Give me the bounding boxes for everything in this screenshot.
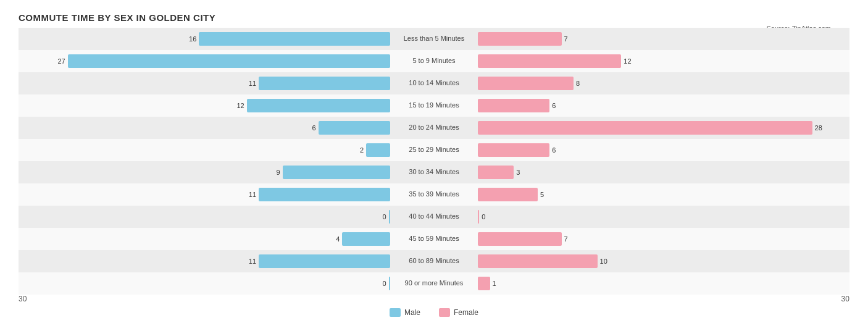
row-label: 45 to 59 Minutes: [393, 235, 476, 243]
row-label: 10 to 14 Minutes: [393, 79, 476, 87]
row-label: Less than 5 Minutes: [393, 35, 476, 43]
bar-pair: 0 90 or more Minutes 1: [19, 272, 849, 295]
male-side: 27: [19, 54, 393, 68]
male-value: 4: [331, 235, 340, 243]
female-side: 28: [475, 121, 849, 135]
male-bar: [366, 143, 390, 157]
chart-row: 11 60 to 89 Minutes 10: [19, 250, 849, 272]
legend-female: Female: [439, 308, 478, 317]
female-side: 0: [475, 210, 849, 224]
bar-pair: 27 5 to 9 Minutes 12: [19, 50, 849, 72]
axis-label-right: 30: [841, 295, 849, 303]
male-label: Male: [404, 308, 420, 317]
male-bar: [319, 121, 390, 135]
female-value: 6: [552, 146, 561, 154]
female-bar: [478, 277, 490, 290]
chart-container: 16 Less than 5 Minutes 7 27 5 to 9 Minut…: [19, 28, 849, 317]
male-value: 16: [188, 35, 196, 43]
female-value: 6: [552, 102, 561, 109]
male-value: 11: [248, 191, 256, 198]
chart-row: 0 40 to 44 Minutes 0: [19, 206, 849, 228]
female-value: 7: [564, 35, 573, 43]
axis-label-left: 30: [19, 295, 27, 303]
female-bar: [478, 32, 561, 46]
chart-row: 2 25 to 29 Minutes 6: [19, 139, 849, 161]
female-side: 6: [475, 143, 849, 157]
row-label: 40 to 44 Minutes: [393, 212, 476, 220]
female-value: 28: [815, 124, 824, 132]
male-value: 11: [248, 80, 256, 87]
female-side: 10: [475, 254, 849, 268]
female-value: 0: [482, 213, 490, 220]
female-side: 12: [475, 54, 849, 68]
legend: Male Female: [19, 308, 849, 317]
chart-rows: 16 Less than 5 Minutes 7 27 5 to 9 Minut…: [19, 28, 849, 295]
female-value: 8: [576, 80, 585, 87]
bar-pair: 2 25 to 29 Minutes 6: [19, 139, 849, 161]
male-value: 2: [355, 146, 364, 154]
male-side: 0: [19, 277, 393, 290]
chart-row: 16 Less than 5 Minutes 7: [19, 28, 849, 50]
bar-pair: 11 10 to 14 Minutes 8: [19, 72, 849, 94]
male-side: 12: [19, 99, 393, 112]
female-value: 12: [624, 57, 632, 65]
bar-pair: 9 30 to 34 Minutes 3: [19, 161, 849, 183]
male-value: 9: [272, 169, 280, 176]
bar-pair: 11 35 to 39 Minutes 5: [19, 183, 849, 206]
male-side: 11: [19, 188, 393, 201]
male-side: 2: [19, 143, 393, 157]
bar-pair: 6 20 to 24 Minutes 28: [19, 117, 849, 139]
male-value: 0: [378, 213, 386, 220]
female-value: 1: [493, 280, 501, 287]
male-bar: [389, 277, 390, 290]
row-label: 60 to 89 Minutes: [393, 257, 476, 265]
male-swatch: [390, 308, 401, 317]
row-label: 25 to 29 Minutes: [393, 146, 476, 154]
female-side: 7: [475, 232, 849, 246]
bar-pair: 0 40 to 44 Minutes 0: [19, 206, 849, 228]
chart-row: 9 30 to 34 Minutes 3: [19, 161, 849, 183]
chart-row: 11 10 to 14 Minutes 8: [19, 72, 849, 94]
male-value: 12: [236, 102, 244, 109]
female-bar: [478, 121, 812, 135]
male-bar: [68, 54, 390, 68]
female-swatch: [439, 308, 450, 317]
female-value: 5: [540, 191, 549, 198]
male-bar: [283, 166, 390, 179]
female-value: 10: [600, 258, 609, 265]
female-bar: [478, 54, 621, 68]
male-bar: [259, 188, 390, 201]
female-value: 3: [516, 169, 525, 176]
male-side: 6: [19, 121, 393, 135]
chart-row: 4 45 to 59 Minutes 7: [19, 228, 849, 250]
female-label: Female: [454, 308, 478, 317]
female-side: 7: [475, 32, 849, 46]
row-label: 90 or more Minutes: [393, 279, 476, 287]
female-bar: [478, 166, 514, 179]
bar-pair: 4 45 to 59 Minutes 7: [19, 228, 849, 250]
female-side: 1: [475, 277, 849, 290]
male-side: 9: [19, 166, 393, 179]
row-label: 30 to 34 Minutes: [393, 168, 476, 176]
male-side: 11: [19, 254, 393, 268]
row-label: 35 to 39 Minutes: [393, 190, 476, 198]
male-value: 6: [307, 124, 316, 132]
male-bar: [259, 77, 390, 90]
female-bar: [478, 99, 549, 112]
chart-title: COMMUTE TIME BY SEX IN GOLDEN CITY: [19, 12, 849, 23]
axis-row: 30 30: [19, 295, 849, 303]
male-side: 0: [19, 210, 393, 224]
female-bar: [478, 143, 549, 157]
bar-pair: 16 Less than 5 Minutes 7: [19, 28, 849, 50]
female-side: 8: [475, 77, 849, 90]
female-side: 6: [475, 99, 849, 112]
male-side: 4: [19, 232, 393, 246]
chart-row: 6 20 to 24 Minutes 28: [19, 117, 849, 139]
female-value: 7: [564, 235, 573, 243]
male-value: 0: [378, 280, 386, 287]
row-label: 5 to 9 Minutes: [393, 57, 476, 65]
female-bar: [478, 254, 597, 268]
male-bar: [389, 210, 390, 224]
bar-pair: 11 60 to 89 Minutes 10: [19, 250, 849, 272]
row-label: 20 to 24 Minutes: [393, 124, 476, 132]
